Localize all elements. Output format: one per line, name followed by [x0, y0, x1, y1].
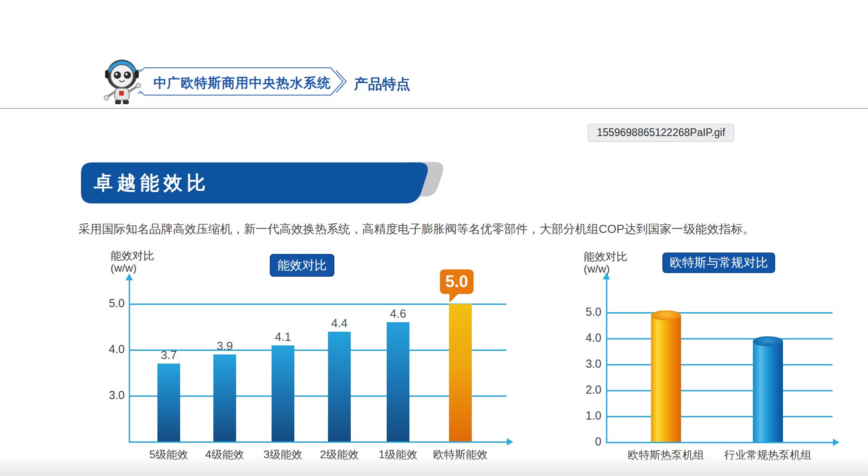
bar: [387, 322, 409, 443]
gridline: [606, 338, 833, 339]
y-tick-label: 3.0: [565, 357, 601, 370]
bar: [272, 345, 294, 443]
x-axis: [606, 442, 833, 443]
gridline: [606, 390, 833, 391]
y-axis-title-line2: (w/w): [111, 262, 136, 274]
y-axis: [129, 280, 130, 443]
y-tick-label: 1.0: [565, 409, 601, 422]
y-tick-label: 0: [565, 435, 601, 448]
x-axis-arrow: [833, 439, 839, 446]
y-axis-title-line1: 能效对比: [584, 249, 627, 264]
bar: [328, 332, 351, 443]
bar-value-label: 4.4: [321, 316, 358, 330]
y-tick-label: 4.0: [565, 331, 601, 344]
cylinder-bar-body: [651, 315, 681, 443]
cylinder-bar-top: [651, 310, 681, 320]
gridline: [606, 312, 833, 314]
callout-bubble: 5.0: [440, 269, 474, 294]
bottom-fade-band: [0, 455, 868, 476]
bar: [157, 364, 180, 443]
gridline: [606, 364, 833, 365]
y-tick-label: 3.0: [88, 389, 125, 402]
callout-pointer: [449, 293, 459, 303]
y-axis-title-line1: 能效对比: [111, 248, 154, 263]
highlight-bar: [449, 304, 472, 443]
y-tick-label: 5.0: [565, 305, 601, 319]
bar-value-label: 3.7: [151, 348, 187, 362]
cylinder-bar-body: [753, 341, 783, 443]
y-tick-label: 2.0: [565, 383, 601, 396]
charts-layer: 5.04.03.03.75级能效3.94级能效4.13级能效4.42级能效4.6…: [0, 0, 868, 476]
x-axis-arrow: [507, 438, 513, 446]
chart-badge: 欧特斯与常规对比: [662, 253, 775, 273]
page-background: 中广欧特斯商用中央热水系统 产品特点 1559698865122268PaIP.…: [0, 0, 868, 476]
bar-value-label: 3.9: [207, 339, 243, 353]
y-axis-arrow: [126, 273, 133, 280]
chart-badge: 能效对比: [270, 254, 334, 277]
y-tick-label: 5.0: [88, 297, 125, 310]
y-axis-title-line2: (w/w): [584, 263, 610, 275]
gridline: [606, 416, 833, 417]
y-axis: [606, 279, 607, 443]
bar: [213, 354, 236, 443]
bar-value-label: 4.6: [380, 307, 416, 321]
y-tick-label: 4.0: [88, 343, 125, 356]
bar-value-label: 4.1: [265, 330, 301, 344]
x-axis: [129, 441, 507, 443]
cylinder-bar-top: [753, 336, 783, 346]
